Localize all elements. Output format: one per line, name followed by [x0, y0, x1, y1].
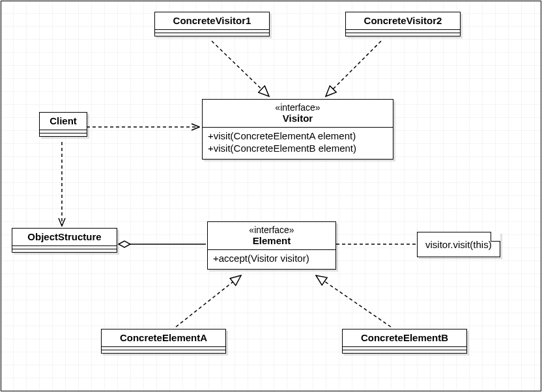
stereotype: «interface» — [208, 222, 335, 235]
class-concreteelementa: ConcreteElementA — [101, 329, 226, 354]
class-name: ConcreteElementA — [102, 329, 225, 346]
class-name: ObjectStructure — [12, 229, 117, 245]
class-name: ConcreteElementB — [343, 329, 466, 346]
class-objectstructure: ObjectStructure — [12, 228, 117, 253]
class-name: Visitor — [203, 113, 393, 127]
interface-element: «interface» Element +accept(Visitor visi… — [207, 221, 336, 270]
class-name: ConcreteVisitor2 — [346, 12, 460, 29]
note-text: visitor.visit(this) — [425, 239, 492, 250]
class-name: Element — [208, 235, 335, 249]
class-client: Client — [39, 112, 87, 137]
operations: +visit(ConcreteElementA element) +visit(… — [203, 127, 393, 159]
interface-visitor: «interface» Visitor +visit(ConcreteEleme… — [202, 99, 393, 160]
class-concretevisitor1: ConcreteVisitor1 — [154, 12, 270, 36]
class-concreteelementb: ConcreteElementB — [342, 329, 467, 354]
stereotype: «interface» — [203, 100, 393, 113]
class-name: Client — [40, 113, 87, 130]
note-visitorvisit: visitor.visit(this) — [417, 232, 500, 257]
operations: +accept(Visitor visitor) — [208, 249, 335, 269]
class-name: ConcreteVisitor1 — [155, 12, 269, 29]
class-concretevisitor2: ConcreteVisitor2 — [345, 12, 461, 36]
